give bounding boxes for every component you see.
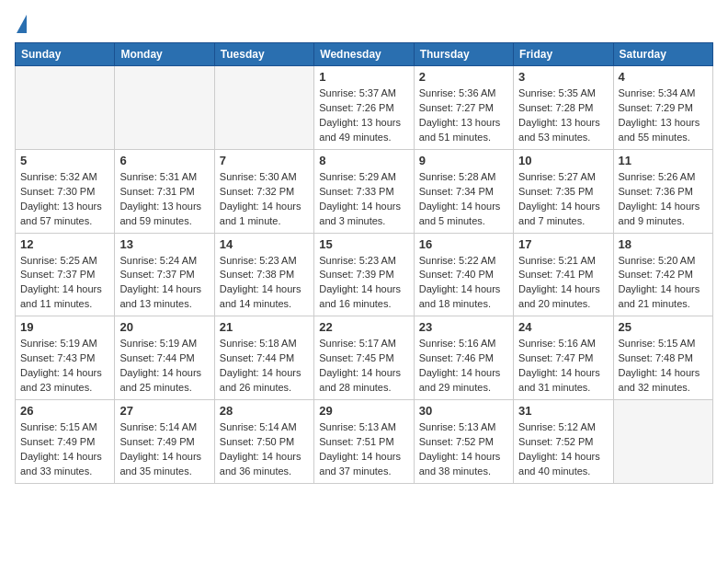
table-row: 17Sunrise: 5:21 AMSunset: 7:41 PMDayligh… xyxy=(514,233,613,316)
day-info: Sunrise: 5:17 AMSunset: 7:45 PMDaylight:… xyxy=(319,337,408,396)
day-number: 13 xyxy=(119,237,209,251)
table-row: 18Sunrise: 5:20 AMSunset: 7:42 PMDayligh… xyxy=(613,233,712,316)
table-row: 26Sunrise: 5:15 AMSunset: 7:49 PMDayligh… xyxy=(16,400,115,484)
table-row: 19Sunrise: 5:19 AMSunset: 7:43 PMDayligh… xyxy=(16,316,115,400)
table-row: 12Sunrise: 5:25 AMSunset: 7:37 PMDayligh… xyxy=(16,233,115,316)
calendar-header-row: Sunday Monday Tuesday Wednesday Thursday… xyxy=(16,43,713,66)
table-row: 7Sunrise: 5:30 AMSunset: 7:32 PMDaylight… xyxy=(214,149,313,233)
day-number: 4 xyxy=(619,70,708,84)
table-row: 8Sunrise: 5:29 AMSunset: 7:33 PMDaylight… xyxy=(314,149,414,233)
day-info: Sunrise: 5:23 AMSunset: 7:39 PMDaylight:… xyxy=(319,254,408,313)
header-saturday: Saturday xyxy=(613,43,712,66)
table-row xyxy=(115,66,214,150)
day-info: Sunrise: 5:20 AMSunset: 7:42 PMDaylight:… xyxy=(619,254,708,313)
table-row: 2Sunrise: 5:36 AMSunset: 7:27 PMDaylight… xyxy=(414,66,513,150)
day-info: Sunrise: 5:16 AMSunset: 7:47 PMDaylight:… xyxy=(518,337,608,396)
day-number: 15 xyxy=(319,237,408,251)
day-number: 30 xyxy=(419,404,508,418)
header-thursday: Thursday xyxy=(414,43,513,66)
table-row: 14Sunrise: 5:23 AMSunset: 7:38 PMDayligh… xyxy=(214,233,313,316)
day-number: 1 xyxy=(319,70,408,84)
table-row: 24Sunrise: 5:16 AMSunset: 7:47 PMDayligh… xyxy=(514,316,613,400)
day-info: Sunrise: 5:15 AMSunset: 7:48 PMDaylight:… xyxy=(619,337,708,396)
day-info: Sunrise: 5:15 AMSunset: 7:49 PMDaylight:… xyxy=(20,420,109,479)
day-number: 29 xyxy=(319,404,408,418)
table-row: 28Sunrise: 5:14 AMSunset: 7:50 PMDayligh… xyxy=(214,400,313,484)
day-number: 9 xyxy=(419,154,508,167)
day-number: 8 xyxy=(319,154,408,167)
table-row: 21Sunrise: 5:18 AMSunset: 7:44 PMDayligh… xyxy=(214,316,313,400)
day-number: 18 xyxy=(619,237,708,251)
table-row: 1Sunrise: 5:37 AMSunset: 7:26 PMDaylight… xyxy=(314,66,414,150)
table-row xyxy=(16,66,115,150)
table-row: 15Sunrise: 5:23 AMSunset: 7:39 PMDayligh… xyxy=(314,233,414,316)
table-row: 20Sunrise: 5:19 AMSunset: 7:44 PMDayligh… xyxy=(115,316,214,400)
day-info: Sunrise: 5:16 AMSunset: 7:46 PMDaylight:… xyxy=(419,337,508,396)
table-row: 10Sunrise: 5:27 AMSunset: 7:35 PMDayligh… xyxy=(514,149,613,233)
day-number: 31 xyxy=(518,404,608,418)
table-row: 30Sunrise: 5:13 AMSunset: 7:52 PMDayligh… xyxy=(414,400,513,484)
day-number: 20 xyxy=(119,320,209,334)
day-info: Sunrise: 5:21 AMSunset: 7:41 PMDaylight:… xyxy=(518,254,608,313)
day-info: Sunrise: 5:13 AMSunset: 7:51 PMDaylight:… xyxy=(319,420,408,479)
day-info: Sunrise: 5:37 AMSunset: 7:26 PMDaylight:… xyxy=(319,86,408,145)
day-info: Sunrise: 5:22 AMSunset: 7:40 PMDaylight:… xyxy=(419,254,508,313)
header-wednesday: Wednesday xyxy=(314,43,414,66)
day-number: 21 xyxy=(220,320,309,334)
header-tuesday: Tuesday xyxy=(214,43,313,66)
day-info: Sunrise: 5:30 AMSunset: 7:32 PMDaylight:… xyxy=(220,170,309,229)
table-row xyxy=(613,400,712,484)
day-info: Sunrise: 5:14 AMSunset: 7:49 PMDaylight:… xyxy=(119,420,209,479)
day-number: 6 xyxy=(119,154,209,167)
day-number: 2 xyxy=(419,70,508,84)
table-row: 3Sunrise: 5:35 AMSunset: 7:28 PMDaylight… xyxy=(514,66,613,150)
day-info: Sunrise: 5:29 AMSunset: 7:33 PMDaylight:… xyxy=(319,170,408,229)
day-number: 12 xyxy=(20,237,109,251)
table-row: 25Sunrise: 5:15 AMSunset: 7:48 PMDayligh… xyxy=(613,316,712,400)
day-number: 11 xyxy=(619,154,708,167)
day-info: Sunrise: 5:18 AMSunset: 7:44 PMDaylight:… xyxy=(220,337,309,396)
day-number: 22 xyxy=(319,320,408,334)
logo-triangle-icon xyxy=(17,15,27,33)
day-number: 24 xyxy=(518,320,608,334)
table-row: 22Sunrise: 5:17 AMSunset: 7:45 PMDayligh… xyxy=(314,316,414,400)
day-number: 7 xyxy=(220,154,309,167)
day-info: Sunrise: 5:19 AMSunset: 7:43 PMDaylight:… xyxy=(20,337,109,396)
day-info: Sunrise: 5:36 AMSunset: 7:27 PMDaylight:… xyxy=(419,86,508,145)
day-info: Sunrise: 5:14 AMSunset: 7:50 PMDaylight:… xyxy=(220,420,309,479)
day-info: Sunrise: 5:32 AMSunset: 7:30 PMDaylight:… xyxy=(20,170,109,229)
day-info: Sunrise: 5:27 AMSunset: 7:35 PMDaylight:… xyxy=(518,170,608,229)
header-sunday: Sunday xyxy=(16,43,115,66)
day-number: 28 xyxy=(220,404,309,418)
day-number: 26 xyxy=(20,404,109,418)
day-number: 17 xyxy=(518,237,608,251)
day-info: Sunrise: 5:19 AMSunset: 7:44 PMDaylight:… xyxy=(119,337,209,396)
table-row: 9Sunrise: 5:28 AMSunset: 7:34 PMDaylight… xyxy=(414,149,513,233)
table-row: 6Sunrise: 5:31 AMSunset: 7:31 PMDaylight… xyxy=(115,149,214,233)
day-info: Sunrise: 5:26 AMSunset: 7:36 PMDaylight:… xyxy=(619,170,708,229)
day-number: 23 xyxy=(419,320,508,334)
day-info: Sunrise: 5:23 AMSunset: 7:38 PMDaylight:… xyxy=(220,254,309,313)
day-number: 5 xyxy=(20,154,109,167)
day-number: 14 xyxy=(220,237,309,251)
table-row: 29Sunrise: 5:13 AMSunset: 7:51 PMDayligh… xyxy=(314,400,414,484)
page-header xyxy=(15,15,713,31)
day-number: 10 xyxy=(518,154,608,167)
table-row xyxy=(214,66,313,150)
day-info: Sunrise: 5:34 AMSunset: 7:29 PMDaylight:… xyxy=(619,86,708,145)
logo xyxy=(15,15,27,31)
day-info: Sunrise: 5:24 AMSunset: 7:37 PMDaylight:… xyxy=(119,254,209,313)
table-row: 11Sunrise: 5:26 AMSunset: 7:36 PMDayligh… xyxy=(613,149,712,233)
table-row: 4Sunrise: 5:34 AMSunset: 7:29 PMDaylight… xyxy=(613,66,712,150)
day-number: 27 xyxy=(119,404,209,418)
table-row: 16Sunrise: 5:22 AMSunset: 7:40 PMDayligh… xyxy=(414,233,513,316)
day-info: Sunrise: 5:28 AMSunset: 7:34 PMDaylight:… xyxy=(419,170,508,229)
header-monday: Monday xyxy=(115,43,214,66)
table-row: 5Sunrise: 5:32 AMSunset: 7:30 PMDaylight… xyxy=(16,149,115,233)
day-number: 16 xyxy=(419,237,508,251)
day-number: 25 xyxy=(619,320,708,334)
table-row: 23Sunrise: 5:16 AMSunset: 7:46 PMDayligh… xyxy=(414,316,513,400)
header-friday: Friday xyxy=(514,43,613,66)
table-row: 27Sunrise: 5:14 AMSunset: 7:49 PMDayligh… xyxy=(115,400,214,484)
day-info: Sunrise: 5:25 AMSunset: 7:37 PMDaylight:… xyxy=(20,254,109,313)
